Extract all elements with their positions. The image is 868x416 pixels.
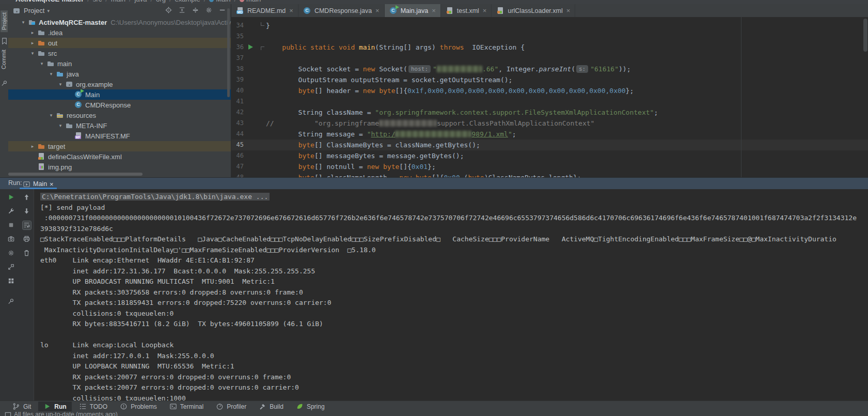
toolbar-label: Spring xyxy=(307,403,325,410)
tree-item-img.png[interactable]: img.png xyxy=(8,162,231,172)
tab-Main.java[interactable]: Main.java× xyxy=(385,4,441,17)
stripe-project-button[interactable]: Project xyxy=(1,10,8,32)
console-line: TX packets:20077 errors:0 dropped:0 over… xyxy=(40,382,868,393)
tree-chevron-down-icon[interactable]: ▾ xyxy=(37,61,46,66)
tree-item-defineClassWriteFile.xml[interactable]: defineClassWriteFile.xml xyxy=(8,151,231,162)
code-text: byte[] header = new byte[]{0x1f,0x00,0x0… xyxy=(266,85,634,96)
close-icon[interactable]: × xyxy=(432,8,436,13)
tree-item-CMDResponse[interactable]: CMDResponse xyxy=(8,100,231,110)
tree-item-.idea[interactable]: ▸.idea xyxy=(8,27,231,38)
editor-scrollbar[interactable] xyxy=(863,19,867,52)
tree-item-resources[interactable]: ▾resources xyxy=(8,110,231,120)
toolbar-terminal-button[interactable]: Terminal xyxy=(164,402,209,411)
gear-icon[interactable] xyxy=(205,6,213,14)
run-gutter-icon[interactable] xyxy=(248,44,253,50)
editor-line-44: 44 String message = "http:/989/1.xml"; xyxy=(231,129,868,140)
tree-horizontal-scrollbar[interactable] xyxy=(8,173,143,176)
tree-item-label: img.png xyxy=(48,163,72,171)
tree-item-src[interactable]: ▾src xyxy=(8,48,231,58)
rerun-button[interactable] xyxy=(7,193,15,202)
run-console-output[interactable]: C:\Penetration\ProgramTools\Java\jdk1.8\… xyxy=(34,189,868,400)
breadcrumb[interactable]: ActiveMqRCE-master/src/main/java/org/exa… xyxy=(0,0,868,4)
collapse-icon[interactable] xyxy=(178,6,186,14)
trash-button[interactable] xyxy=(23,249,31,257)
console-icon xyxy=(23,180,30,188)
expand-icon[interactable] xyxy=(192,6,200,14)
breadcrumb-item[interactable]: org xyxy=(156,0,166,3)
tab-README.md[interactable]: README.md× xyxy=(231,4,298,17)
tree-item-label: .idea xyxy=(48,29,62,37)
tree-chevron-down-icon[interactable]: ▾ xyxy=(46,71,56,76)
editor-area[interactable]: 34}3536 public static void main(String[]… xyxy=(231,17,868,177)
up-button[interactable] xyxy=(23,193,31,202)
softwrap-button[interactable] xyxy=(23,221,31,229)
toolbar-git-button[interactable]: Git xyxy=(7,402,36,411)
pin-icon[interactable] xyxy=(1,80,8,87)
line-number: 47 xyxy=(231,161,244,172)
down-button[interactable] xyxy=(23,207,31,215)
breadcrumb-item[interactable]: ActiveMqRCE-master xyxy=(15,0,84,3)
class-run-icon xyxy=(74,90,83,99)
close-icon[interactable]: × xyxy=(483,8,487,13)
tree-item-java[interactable]: ▾java xyxy=(8,69,231,79)
breadcrumb-item[interactable]: src xyxy=(93,0,102,3)
breadcrumb-item[interactable]: java xyxy=(135,0,147,3)
class-icon xyxy=(209,0,214,2)
tree-chevron-down-icon[interactable]: ▾ xyxy=(28,51,37,56)
tree-item-path: C:\Users\Anonymous\Desktop\java\ActiveMq… xyxy=(111,19,231,26)
bookmark-icon[interactable] xyxy=(1,37,8,44)
tree-chevron-right-icon[interactable]: ▸ xyxy=(28,144,37,149)
tree-item-org.example[interactable]: ▾org.example xyxy=(8,79,231,89)
tree-vertical-scrollbar[interactable] xyxy=(227,8,230,97)
close-icon[interactable]: × xyxy=(289,8,293,13)
camera-button[interactable] xyxy=(7,235,15,243)
package-icon xyxy=(65,80,73,88)
breadcrumb-item[interactable]: Main xyxy=(216,0,230,3)
stripe-commit-button[interactable]: Commit xyxy=(1,50,7,69)
pin-button[interactable] xyxy=(7,298,15,306)
locate-icon[interactable] xyxy=(165,6,173,14)
folder-icon xyxy=(65,121,73,130)
fold-marker[interactable] xyxy=(261,22,264,26)
tree-chevron-right-icon[interactable]: ▸ xyxy=(28,30,37,35)
tree-item-ActiveMqRCE-master[interactable]: ▾ActiveMqRCE-masterC:\Users\Anonymous\De… xyxy=(8,17,231,27)
tab-urlClassLoader.xml[interactable]: urlClassLoader.xml× xyxy=(492,4,575,17)
console-line xyxy=(40,330,868,341)
gear-button[interactable] xyxy=(7,249,15,257)
tree-item-out[interactable]: ▸out xyxy=(8,38,231,48)
tree-item-META-INF[interactable]: ▾META-INF xyxy=(8,120,231,131)
restore-button[interactable] xyxy=(7,263,15,271)
chevron-down-icon: ▾ xyxy=(47,8,50,13)
toolbar-todo-button[interactable]: TODO xyxy=(74,402,113,411)
wrench-button[interactable] xyxy=(7,207,15,215)
tab-CMDResponse.java[interactable]: CMDResponse.java× xyxy=(298,4,385,17)
toolbar-build-button[interactable]: Build xyxy=(254,402,289,411)
grid-button[interactable] xyxy=(7,277,15,285)
breadcrumb-item[interactable]: main xyxy=(246,0,261,3)
tree-item-main[interactable]: ▾main xyxy=(8,58,231,69)
tree-item-target[interactable]: ▸target xyxy=(8,141,231,151)
tab-test.xml[interactable]: test.xml× xyxy=(441,4,492,17)
close-icon[interactable]: × xyxy=(375,8,380,13)
tab-label: README.md xyxy=(247,7,286,14)
code-text: Socket socket = new Socket(host:".66", I… xyxy=(266,64,630,74)
tree-chevron-right-icon[interactable]: ▸ xyxy=(28,40,37,45)
close-icon[interactable]: × xyxy=(50,180,54,188)
hide-icon[interactable] xyxy=(218,6,227,14)
stop-button[interactable] xyxy=(7,221,15,229)
print-button[interactable] xyxy=(23,235,31,243)
tree-chevron-down-icon[interactable]: ▾ xyxy=(19,20,28,25)
tree-item-MANIFEST.MF[interactable]: MANIFEST.MF xyxy=(8,131,231,141)
toolbar-profiler-button[interactable]: Profiler xyxy=(211,402,251,411)
breadcrumb-item[interactable]: main xyxy=(111,0,125,3)
toolbar-spring-button[interactable]: Spring xyxy=(291,402,330,411)
toolbar-problems-button[interactable]: Problems xyxy=(115,402,162,411)
toolbar-run-button[interactable]: Run xyxy=(38,402,71,411)
tree-chevron-down-icon[interactable]: ▾ xyxy=(56,123,65,128)
close-icon[interactable]: × xyxy=(566,8,571,13)
breadcrumb-item[interactable]: example xyxy=(175,0,200,3)
fold-marker[interactable] xyxy=(261,47,264,50)
tree-chevron-down-icon[interactable]: ▾ xyxy=(56,82,65,87)
tree-item-Main[interactable]: Main xyxy=(8,89,231,100)
tree-chevron-down-icon[interactable]: ▾ xyxy=(46,113,56,118)
